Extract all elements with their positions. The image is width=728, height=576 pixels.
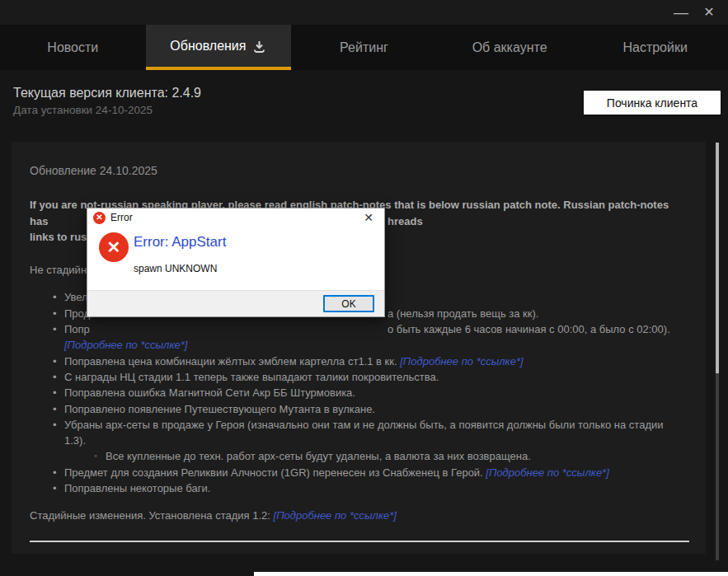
tab-updates-label: Обновления (170, 39, 246, 54)
tab-updates[interactable]: Обновления (146, 25, 292, 70)
list-item-text: Поправлена ошибка Магнитной Сети Акр ББ … (64, 386, 355, 399)
list-item-text: Увел (64, 291, 88, 303)
list-item: С награды НЦ стадии 1.1 теперь также вып… (64, 369, 688, 385)
background-window-edge (254, 572, 728, 576)
tab-account[interactable]: Об аккаунте (437, 25, 583, 70)
list-item: Поправлена цена комбинации жёлтых эмблем… (64, 354, 688, 369)
list-item: Поправлено появление Путешествующего Мут… (64, 401, 688, 417)
divider (30, 541, 689, 542)
list-item-text: С награды НЦ стадии 1.1 теперь также вып… (64, 371, 439, 383)
list-item-text: а (нельзя продать вещь за кк). (387, 306, 538, 321)
list-item-text: Поправлены некоторые баги. (64, 482, 210, 494)
details-link[interactable]: [Подробнее по *ссылке*] (274, 509, 397, 522)
patch-notes-list: Увел Прод а (нельзя продать вещь за кк).… (30, 289, 688, 496)
close-icon[interactable]: ✕ (695, 0, 723, 25)
details-link[interactable]: [Подробнее по *ссылке*] (400, 355, 523, 368)
patch-notes-title: Обновление 24.10.2025 (30, 163, 688, 179)
repair-client-button[interactable]: Починка клиента (584, 91, 721, 115)
patch-notes-panel: Обновление 24.10.2025 If you are not-rus… (12, 142, 706, 554)
error-dialog-title: Error (110, 212, 133, 223)
list-item-text: Предмет для создания Реликвии Алчности (… (64, 466, 486, 479)
tab-rating[interactable]: Рейтинг (291, 25, 437, 70)
error-icon: ✕ (99, 232, 129, 262)
list-item-text: Все купленные до техн. работ арх-сеты бу… (106, 450, 531, 462)
list-item: Поправлены некоторые баги. (64, 480, 688, 496)
tab-news[interactable]: Новости (0, 25, 146, 70)
ok-button[interactable]: OK (323, 295, 374, 312)
list-subitem: Все купленные до техн. работ арх-сеты бу… (106, 448, 688, 464)
error-dialog: ✕ Error ✕ ✕ Error: AppStart spawn UNKNOW… (87, 208, 385, 317)
tab-settings-label: Настройки (622, 40, 687, 55)
error-dialog-body: ✕ Error: AppStart spawn UNKNOWN (87, 227, 384, 291)
list-item-text: Попр (64, 323, 90, 335)
list-item: Предмет для создания Реликвии Алчности (… (64, 465, 688, 480)
tab-settings[interactable]: Настройки (582, 25, 728, 70)
dialog-close-icon[interactable]: ✕ (359, 209, 378, 226)
list-item-text: Убраны арх-сеты в продаже у Героя (изнач… (64, 419, 664, 447)
error-main-text: Error: AppStart (134, 234, 226, 251)
english-note-line2-right: hreads (387, 213, 423, 229)
tab-account-label: Об аккаунте (472, 40, 547, 55)
error-dialog-titlebar: ✕ Error ✕ (87, 208, 384, 227)
error-detail-text: spawn UNKNOWN (134, 263, 217, 274)
minimize-icon[interactable]: — (667, 0, 695, 25)
english-note-line2-left: links to rus (30, 231, 87, 243)
details-link[interactable]: [Подробнее по *ссылке*] (486, 466, 608, 479)
error-icon: ✕ (93, 212, 106, 224)
list-item-text: Поправлено появление Путешествующего Мут… (64, 403, 375, 415)
download-icon (252, 40, 266, 54)
tab-news-label: Новости (47, 40, 98, 55)
install-date-text: Дата установки 24-10-2025 (13, 104, 153, 116)
list-item: Поправлена ошибка Магнитной Сети Акр ББ … (64, 385, 688, 400)
window-titlebar: — ✕ (0, 0, 728, 25)
stage-changes-text: Стадийные изменения. Установлена стадия … (30, 509, 274, 522)
list-item-text: Поправлена цена комбинации жёлтых эмблем… (64, 355, 400, 368)
scrollbar-track[interactable] (716, 143, 719, 560)
stage-changes-line: Стадийные изменения. Установлена стадия … (30, 508, 688, 523)
scrollbar-thumb[interactable] (716, 143, 719, 373)
tab-bar: Новости Обновления Рейтинг Об аккаунте Н… (0, 25, 728, 70)
error-dialog-footer: OK (87, 290, 384, 316)
list-item-text: о быть каждые 6 часов начиная с 00:00, а… (387, 321, 670, 337)
details-link[interactable]: [Подробнее по *ссылке*] (64, 339, 187, 351)
list-item: Убраны арх-сеты в продаже у Героя (изнач… (64, 417, 688, 449)
client-version-text: Текущая версия клиента: 2.4.9 (13, 86, 201, 101)
list-item: Попр о быть каждые 6 часов начиная с 00:… (64, 321, 688, 354)
tab-rating-label: Рейтинг (340, 40, 388, 55)
